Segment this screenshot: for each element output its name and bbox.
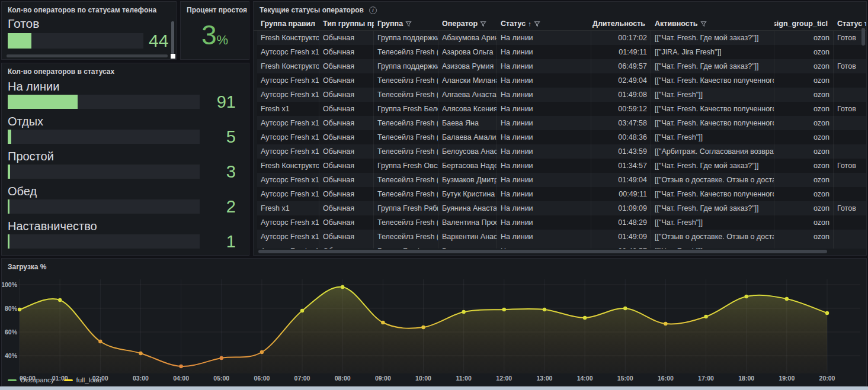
- table-cell: Обычная: [319, 215, 374, 230]
- table-cell: Группа поддержки F: [374, 31, 438, 45]
- table-cell: Fresh x1: [257, 102, 319, 116]
- data-point[interactable]: [502, 308, 506, 311]
- data-point[interactable]: [300, 309, 304, 312]
- table-cell: Обычная: [319, 116, 374, 130]
- data-point[interactable]: [785, 297, 789, 301]
- table-cell: ozon: [774, 215, 834, 230]
- gauge-value: 3: [200, 165, 243, 179]
- table-cell: 02:49:04: [591, 73, 651, 88]
- column-header[interactable]: Тип группы прав: [319, 17, 374, 30]
- filter-icon[interactable]: [700, 21, 707, 27]
- table-cell: Аутсорс Fresh x1: [257, 144, 319, 159]
- table-cell: Телесейлз Fresh (до: [374, 116, 438, 130]
- table-cell: 01:48:29: [591, 215, 651, 230]
- table-cell: Обычная: [319, 187, 374, 201]
- table-cell: [["Чат. Fresh"]]: [651, 244, 774, 249]
- table-row: Аутсорс Fresh x1ОбычнаяТелесейлз Fresh (…: [257, 88, 866, 102]
- table-cell: [["Чат. Fresh. Качество полученного това…: [651, 187, 774, 201]
- column-header[interactable]: Активность: [651, 17, 774, 30]
- bar-fill: [8, 165, 10, 179]
- column-header[interactable]: Группа: [374, 17, 438, 30]
- gauge-label: Отдых: [8, 114, 243, 130]
- data-point[interactable]: [381, 321, 385, 324]
- data-point[interactable]: [139, 352, 142, 355]
- data-point[interactable]: [462, 310, 465, 314]
- x-axis-tick-label: 15:00: [617, 375, 633, 382]
- table-cell: Алански Милана: [438, 73, 497, 88]
- data-point[interactable]: [623, 307, 627, 310]
- scrollbar-corner[interactable]: [171, 54, 175, 59]
- filter-icon[interactable]: [480, 21, 486, 27]
- table-cell: Аутсорс Fresh x1: [257, 173, 319, 187]
- table-cell: 01:09:09: [591, 201, 651, 215]
- data-point[interactable]: [260, 350, 264, 354]
- column-header[interactable]: Группа правил: [257, 17, 319, 30]
- data-point[interactable]: [179, 365, 182, 368]
- table-cell: Обычная: [319, 144, 374, 159]
- table-cell: ozon: [774, 88, 834, 102]
- table-cell: Аутсорс Fresh x1: [257, 73, 319, 88]
- data-point[interactable]: [220, 356, 223, 360]
- vertical-scrollbar[interactable]: [861, 28, 865, 46]
- table-cell: Обычная: [319, 59, 374, 73]
- bar-gauge: 2: [8, 199, 243, 214]
- table-cell: ozon: [774, 173, 834, 187]
- table-cell: [834, 116, 867, 130]
- table-cell: Бузмаков Дмитрий: [438, 173, 497, 187]
- table-cell: 00:48:36: [591, 130, 651, 144]
- table-cell: [["Чат. Fresh"]]: [651, 88, 774, 102]
- stat-value: 3 %: [181, 19, 249, 51]
- legend-item[interactable]: Occupancy: [8, 376, 55, 383]
- column-header[interactable]: Оператор: [438, 17, 497, 30]
- vertical-scrollbar[interactable]: [171, 21, 174, 54]
- info-icon[interactable]: i: [369, 7, 377, 14]
- data-point[interactable]: [18, 308, 21, 311]
- table-cell: Обычная: [319, 201, 374, 215]
- table-cell: [["Арбитраж. Согласования возврата Fresh: [651, 144, 774, 159]
- chart-canvas[interactable]: 40%60%80%100%00:0001:0002:0003:0004:0005…: [2, 273, 865, 382]
- table-cell: На линии: [497, 230, 591, 244]
- table-cell: Телесейлз Fresh (до: [374, 144, 438, 159]
- table-cell: Обычная: [319, 73, 374, 88]
- data-point[interactable]: [421, 325, 425, 329]
- table-cell: 01:49:11: [591, 45, 651, 59]
- bar-track: [8, 165, 200, 179]
- table-cell: Телесейлз Fresh (до: [374, 130, 438, 144]
- data-point[interactable]: [583, 316, 587, 320]
- table-cell: 00:59:12: [591, 102, 651, 116]
- data-point[interactable]: [664, 322, 667, 325]
- table-cell: На линии: [497, 215, 591, 230]
- table-cell: На линии: [497, 59, 591, 73]
- table-title-row: Текущие статусы операторов i: [254, 2, 866, 17]
- data-point[interactable]: [543, 308, 546, 311]
- horizontal-scrollbar[interactable]: [7, 54, 168, 57]
- x-axis-tick-label: 05:00: [213, 375, 229, 382]
- table-cell: Алясова Ксения: [438, 102, 497, 116]
- data-point[interactable]: [825, 311, 829, 315]
- table-cell: Готов: [834, 59, 867, 73]
- panel-phone-status: Кол-во операторов по статусам телефона Г…: [1, 1, 177, 60]
- data-point[interactable]: [58, 298, 62, 302]
- data-point[interactable]: [98, 340, 102, 343]
- column-header[interactable]: Статус↑: [497, 17, 591, 30]
- filter-icon[interactable]: [405, 21, 412, 27]
- column-header[interactable]: assign_group_ticl: [774, 17, 834, 30]
- table-cell: Обычная: [319, 244, 374, 249]
- panel-operators-table: Текущие статусы операторов i Группа прав…: [253, 1, 867, 256]
- panel-title: Загрузка %: [2, 259, 866, 273]
- data-point[interactable]: [704, 315, 707, 318]
- column-header[interactable]: Длительность: [591, 17, 651, 30]
- table-cell: Аутсорс Fresh x1: [257, 230, 319, 244]
- table-cell: Группа Fresh Белова: [374, 102, 438, 116]
- filter-icon[interactable]: [534, 21, 540, 27]
- x-axis-tick-label: 18:00: [738, 375, 754, 382]
- data-point[interactable]: [341, 285, 344, 289]
- legend-item[interactable]: full_load: [64, 376, 102, 383]
- data-point[interactable]: [745, 295, 748, 298]
- table-cell: [["Чат. Fresh"]]: [651, 130, 774, 144]
- legend-series-color: [64, 379, 73, 381]
- table-cell: [["JIRA. Jira Fresh"]]: [651, 45, 774, 59]
- x-axis-tick-label: 12:00: [496, 375, 512, 382]
- horizontal-scrollbar[interactable]: [258, 250, 827, 253]
- sort-asc-icon[interactable]: ↑: [528, 20, 531, 27]
